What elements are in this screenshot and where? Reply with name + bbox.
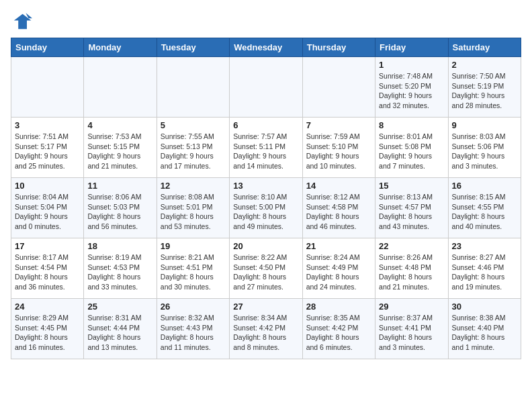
- calendar-cell: 10Sunrise: 8:04 AM Sunset: 5:04 PM Dayli…: [11, 178, 84, 238]
- calendar-cell: 18Sunrise: 8:19 AM Sunset: 4:53 PM Dayli…: [84, 238, 157, 299]
- day-number: 19: [161, 241, 226, 251]
- day-number: 1: [379, 60, 444, 70]
- day-info: Sunrise: 8:34 AM Sunset: 4:42 PM Dayligh…: [233, 313, 298, 353]
- day-number: 6: [233, 120, 298, 130]
- header-tuesday: Tuesday: [157, 38, 229, 57]
- day-info: Sunrise: 7:51 AM Sunset: 5:17 PM Dayligh…: [15, 132, 80, 171]
- calendar-cell: 9Sunrise: 8:03 AM Sunset: 5:06 PM Daylig…: [448, 118, 521, 178]
- day-info: Sunrise: 8:12 AM Sunset: 4:58 PM Dayligh…: [306, 192, 371, 232]
- day-number: 12: [161, 181, 226, 191]
- calendar-cell: 11Sunrise: 8:06 AM Sunset: 5:03 PM Dayli…: [84, 178, 157, 238]
- day-number: 24: [15, 302, 80, 312]
- calendar-cell: 7Sunrise: 7:59 AM Sunset: 5:10 PM Daylig…: [302, 118, 375, 178]
- day-info: Sunrise: 7:57 AM Sunset: 5:11 PM Dayligh…: [233, 132, 298, 171]
- calendar-cell: 25Sunrise: 8:31 AM Sunset: 4:44 PM Dayli…: [84, 299, 157, 359]
- day-info: Sunrise: 8:19 AM Sunset: 4:53 PM Dayligh…: [87, 253, 152, 292]
- day-info: Sunrise: 8:37 AM Sunset: 4:41 PM Dayligh…: [379, 313, 444, 353]
- day-number: 15: [379, 181, 444, 191]
- calendar-cell: 20Sunrise: 8:22 AM Sunset: 4:50 PM Dayli…: [230, 238, 302, 299]
- page-header: [11, 11, 521, 32]
- header-wednesday: Wednesday: [230, 38, 302, 57]
- day-info: Sunrise: 8:08 AM Sunset: 5:01 PM Dayligh…: [161, 192, 226, 232]
- calendar-cell: 12Sunrise: 8:08 AM Sunset: 5:01 PM Dayli…: [157, 178, 229, 238]
- day-number: 11: [87, 181, 152, 191]
- calendar-week-5: 24Sunrise: 8:29 AM Sunset: 4:45 PM Dayli…: [11, 299, 521, 359]
- day-number: 5: [161, 120, 226, 130]
- calendar-cell: 2Sunrise: 7:50 AM Sunset: 5:19 PM Daylig…: [448, 57, 521, 118]
- day-number: 18: [87, 241, 152, 251]
- calendar-table: SundayMondayTuesdayWednesdayThursdayFrid…: [11, 38, 521, 359]
- header-monday: Monday: [84, 38, 157, 57]
- header-friday: Friday: [375, 38, 448, 57]
- logo-icon: [11, 11, 32, 32]
- calendar-cell: 17Sunrise: 8:17 AM Sunset: 4:54 PM Dayli…: [11, 238, 84, 299]
- calendar-cell: 24Sunrise: 8:29 AM Sunset: 4:45 PM Dayli…: [11, 299, 84, 359]
- calendar-cell: 5Sunrise: 7:55 AM Sunset: 5:13 PM Daylig…: [157, 118, 229, 178]
- calendar-cell: 22Sunrise: 8:26 AM Sunset: 4:48 PM Dayli…: [375, 238, 448, 299]
- day-info: Sunrise: 8:35 AM Sunset: 4:42 PM Dayligh…: [306, 313, 371, 353]
- day-number: 2: [452, 60, 517, 70]
- day-number: 8: [379, 120, 444, 130]
- day-number: 21: [306, 241, 371, 251]
- day-number: 22: [379, 241, 444, 251]
- calendar-cell: [84, 57, 157, 118]
- header-thursday: Thursday: [302, 38, 375, 57]
- calendar-week-4: 17Sunrise: 8:17 AM Sunset: 4:54 PM Dayli…: [11, 238, 521, 299]
- calendar-cell: 3Sunrise: 7:51 AM Sunset: 5:17 PM Daylig…: [11, 118, 84, 178]
- calendar-cell: 6Sunrise: 7:57 AM Sunset: 5:11 PM Daylig…: [230, 118, 302, 178]
- calendar-cell: 13Sunrise: 8:10 AM Sunset: 5:00 PM Dayli…: [230, 178, 302, 238]
- calendar-cell: 21Sunrise: 8:24 AM Sunset: 4:49 PM Dayli…: [302, 238, 375, 299]
- day-info: Sunrise: 8:29 AM Sunset: 4:45 PM Dayligh…: [15, 313, 80, 353]
- day-info: Sunrise: 8:03 AM Sunset: 5:06 PM Dayligh…: [452, 132, 517, 171]
- day-number: 27: [233, 302, 298, 312]
- calendar-cell: 15Sunrise: 8:13 AM Sunset: 4:57 PM Dayli…: [375, 178, 448, 238]
- calendar-cell: 30Sunrise: 8:38 AM Sunset: 4:40 PM Dayli…: [448, 299, 521, 359]
- day-info: Sunrise: 8:31 AM Sunset: 4:44 PM Dayligh…: [87, 313, 152, 353]
- header-sunday: Sunday: [11, 38, 84, 57]
- day-number: 3: [15, 120, 80, 130]
- day-number: 17: [15, 241, 80, 251]
- day-number: 25: [87, 302, 152, 312]
- day-number: 14: [306, 181, 371, 191]
- day-number: 20: [233, 241, 298, 251]
- calendar-cell: 16Sunrise: 8:15 AM Sunset: 4:55 PM Dayli…: [448, 178, 521, 238]
- day-info: Sunrise: 8:22 AM Sunset: 4:50 PM Dayligh…: [233, 253, 298, 292]
- calendar-cell: 19Sunrise: 8:21 AM Sunset: 4:51 PM Dayli…: [157, 238, 229, 299]
- calendar-cell: 27Sunrise: 8:34 AM Sunset: 4:42 PM Dayli…: [230, 299, 302, 359]
- day-info: Sunrise: 8:38 AM Sunset: 4:40 PM Dayligh…: [452, 313, 517, 353]
- day-info: Sunrise: 8:06 AM Sunset: 5:03 PM Dayligh…: [87, 192, 152, 232]
- day-number: 13: [233, 181, 298, 191]
- calendar-cell: 14Sunrise: 8:12 AM Sunset: 4:58 PM Dayli…: [302, 178, 375, 238]
- day-info: Sunrise: 7:48 AM Sunset: 5:20 PM Dayligh…: [379, 71, 444, 111]
- day-info: Sunrise: 8:17 AM Sunset: 4:54 PM Dayligh…: [15, 253, 80, 292]
- calendar-cell: 8Sunrise: 8:01 AM Sunset: 5:08 PM Daylig…: [375, 118, 448, 178]
- day-number: 30: [452, 302, 517, 312]
- calendar-week-1: 1Sunrise: 7:48 AM Sunset: 5:20 PM Daylig…: [11, 57, 521, 118]
- day-number: 9: [452, 120, 517, 130]
- calendar-cell: [230, 57, 302, 118]
- day-info: Sunrise: 7:53 AM Sunset: 5:15 PM Dayligh…: [87, 132, 152, 171]
- day-number: 10: [15, 181, 80, 191]
- day-number: 4: [87, 120, 152, 130]
- day-number: 16: [452, 181, 517, 191]
- day-info: Sunrise: 7:59 AM Sunset: 5:10 PM Dayligh…: [306, 132, 371, 171]
- day-number: 23: [452, 241, 517, 251]
- day-info: Sunrise: 8:26 AM Sunset: 4:48 PM Dayligh…: [379, 253, 444, 292]
- day-info: Sunrise: 8:01 AM Sunset: 5:08 PM Dayligh…: [379, 132, 444, 171]
- calendar-cell: 26Sunrise: 8:32 AM Sunset: 4:43 PM Dayli…: [157, 299, 229, 359]
- day-info: Sunrise: 8:24 AM Sunset: 4:49 PM Dayligh…: [306, 253, 371, 292]
- day-info: Sunrise: 8:10 AM Sunset: 5:00 PM Dayligh…: [233, 192, 298, 232]
- day-info: Sunrise: 8:15 AM Sunset: 4:55 PM Dayligh…: [452, 192, 517, 232]
- day-number: 26: [161, 302, 226, 312]
- calendar-cell: 29Sunrise: 8:37 AM Sunset: 4:41 PM Dayli…: [375, 299, 448, 359]
- calendar-cell: [302, 57, 375, 118]
- calendar-header-row: SundayMondayTuesdayWednesdayThursdayFrid…: [11, 38, 521, 57]
- calendar-cell: 28Sunrise: 8:35 AM Sunset: 4:42 PM Dayli…: [302, 299, 375, 359]
- calendar-cell: [11, 57, 84, 118]
- day-info: Sunrise: 8:04 AM Sunset: 5:04 PM Dayligh…: [15, 192, 80, 232]
- calendar-cell: 23Sunrise: 8:27 AM Sunset: 4:46 PM Dayli…: [448, 238, 521, 299]
- calendar-week-3: 10Sunrise: 8:04 AM Sunset: 5:04 PM Dayli…: [11, 178, 521, 238]
- calendar-cell: 4Sunrise: 7:53 AM Sunset: 5:15 PM Daylig…: [84, 118, 157, 178]
- day-info: Sunrise: 8:21 AM Sunset: 4:51 PM Dayligh…: [161, 253, 226, 292]
- day-info: Sunrise: 8:32 AM Sunset: 4:43 PM Dayligh…: [161, 313, 226, 353]
